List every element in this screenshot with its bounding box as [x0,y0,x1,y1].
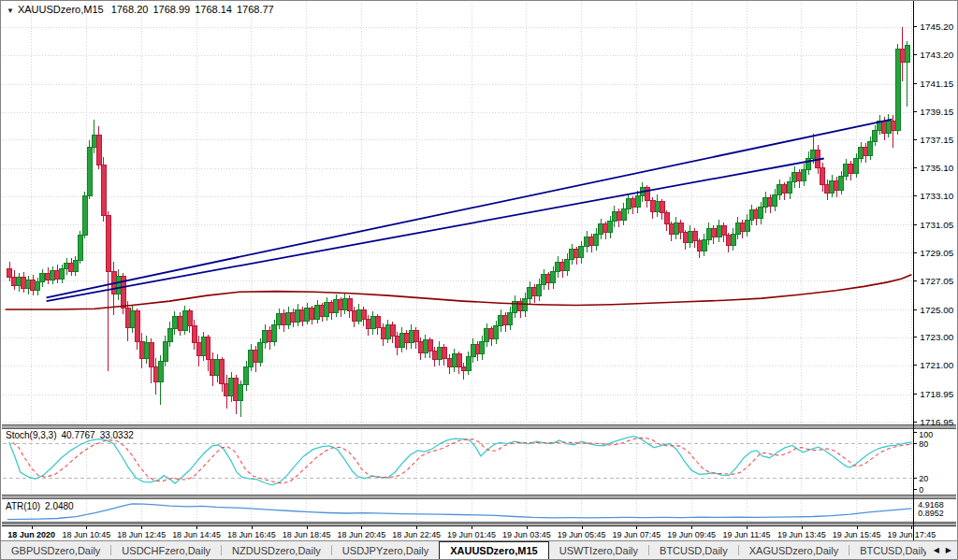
candle-body [163,341,167,361]
candle-body [187,311,192,326]
atr-name: ATR(10) [6,501,40,511]
tab-xagusdzero-daily[interactable]: XAGUSDzero,Daily [739,541,849,559]
candle-body [721,225,726,235]
time-axis-label: 18 Jun 2020 [7,530,55,539]
tab-scroll-right-icon[interactable]: ▶ [946,546,951,554]
candle-body [759,208,763,219]
chart-symbol-period: XAUUSDzero,M15 [18,4,104,15]
candle-body [225,383,229,395]
candle-body [196,343,201,355]
candle-body [46,273,51,280]
candle-body [210,360,215,375]
candle-body [594,234,599,245]
candle-body [366,320,370,329]
candle-body [763,197,768,207]
atr-indicator-label: ATR(10)2.0480 [6,501,74,511]
price-axis[interactable]: 1745.201743.201741.151739.151737.151735.… [913,22,953,427]
candle-body [650,200,655,211]
candle-body [385,324,390,338]
candle-body [688,231,692,242]
candle-body [542,275,546,284]
candle-body [404,333,409,342]
tab-gbpusdzero-daily[interactable]: GBPUSDzero,Daily [1,541,110,559]
time-axis-label: 18 Jun 10:45 [63,530,111,539]
candle-body [418,341,423,352]
candle-body [78,236,82,261]
candle-body [60,269,65,279]
atr-axis[interactable]: 4.91680.8952 [918,500,943,518]
candle-body [749,210,754,220]
candle-body [17,278,22,286]
time-axis-label: 18 Jun 22:45 [392,530,441,539]
tab-btcusd-daily[interactable]: BTCUSD,Daily [649,541,738,559]
tab-btcusd-daily[interactable]: BTCUSD,Daily [849,541,938,559]
candle-body [428,340,432,352]
candle-body [258,343,263,363]
tab-nzdusdzero-daily[interactable]: NZDUSDzero,Daily [222,541,331,559]
candle-body [532,287,537,295]
price-axis-label: 1723.00 [920,332,953,342]
candle-body [674,223,678,234]
symbol-dropdown-icon[interactable]: ▼ [7,7,14,15]
time-axis-label: 19 Jun 15:45 [833,530,881,539]
candle-body [621,208,626,220]
price-axis-label: 1731.05 [920,220,953,230]
chart-title: ▼XAUUSDzero,M151768.201768.991768.141768… [7,4,279,15]
price-axis-label: 1729.05 [920,248,953,258]
candle-body [399,333,404,347]
candle-body [149,343,153,366]
quote-open: 1768.20 [111,4,149,15]
candle-body [711,228,716,237]
candle-body [900,50,905,62]
candle-body [859,148,864,159]
trading-terminal-window: 1745.201743.201741.151739.151737.151735.… [0,0,958,560]
candle-body [873,131,878,142]
candle-body [669,224,674,234]
atr-value: 2.0480 [45,501,74,511]
candle-body [635,196,640,208]
candle-body [745,220,749,231]
candle-body [608,222,613,233]
candle-body [239,385,243,400]
candle-body [409,330,414,342]
candle-body [489,329,494,338]
candle-body [740,223,745,231]
price-axis-label: 1725.00 [920,305,953,315]
candle-body [395,336,399,347]
candle-body [565,259,570,270]
candle-body [768,197,773,206]
candle-body [291,312,296,322]
tab-usdjpyzero-daily[interactable]: USDJPYzero,Daily [332,541,439,559]
chart-canvas[interactable]: 1745.201743.201741.151739.151737.151735.… [1,1,957,541]
candle-body [835,180,839,190]
candle-body [12,278,17,286]
candle-body [144,343,149,358]
tab-xauusdzero-m15[interactable]: XAUUSDzero,M15 [439,541,549,559]
quote-close: 1768.77 [237,4,274,15]
candle-body [234,378,239,400]
candle-body [69,264,74,272]
candle-body [55,270,60,279]
candle-body [503,315,508,324]
time-axis-label: 19 Jun 07:45 [613,530,661,539]
tab-uswtizero-daily[interactable]: USWTIzero,Daily [549,541,648,559]
candle-body [537,284,542,295]
candle-body [300,309,305,321]
tab-scroll-left-icon[interactable]: ◀ [934,546,939,554]
candle-body [158,361,163,381]
candle-body [390,324,395,336]
candle-body [825,185,830,194]
symbol-tab-bar: ◀ ▶ GBPUSDzero,DailyUSDCHFzero,DailyNZDU… [1,540,957,559]
candle-body [868,142,873,156]
tab-usdchfzero-daily[interactable]: USDCHFzero,Daily [111,541,221,559]
price-axis-label: 1739.15 [920,107,953,117]
atr-axis-label: 0.8952 [918,509,943,518]
candle-body [315,306,320,320]
time-axis-label: 19 Jun 17:45 [888,530,936,539]
candle-body [617,211,621,220]
candle-body [556,262,560,271]
candle-body [905,45,909,62]
candle-body [414,330,418,341]
time-axis-label: 18 Jun 16:45 [227,530,276,539]
tab-scroll-arrows: ◀ ▶ [926,541,957,559]
